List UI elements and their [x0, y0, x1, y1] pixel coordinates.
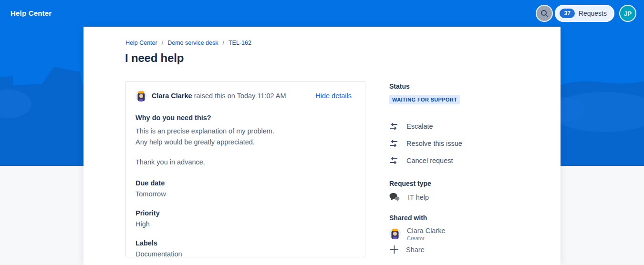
speech-bubbles-icon	[389, 193, 400, 202]
share-button[interactable]: Share	[389, 245, 547, 255]
reporter-line: Clara Clarke raised this on Today 11:02 …	[152, 92, 286, 100]
field-label-labels: Labels	[135, 239, 352, 247]
field-value-labels: Documentation	[135, 250, 352, 258]
reporter-name: Clara Clarke	[152, 92, 192, 100]
hide-details-link[interactable]: Hide details	[315, 92, 352, 100]
request-card-header: Clara Clarke raised this on Today 11:02 …	[135, 90, 352, 102]
escalate-action[interactable]: Escalate	[389, 118, 547, 135]
field-label-priority: Priority	[135, 209, 352, 217]
shared-person-avatar	[389, 228, 401, 239]
transition-arrows-icon	[389, 140, 398, 147]
share-label: Share	[406, 246, 425, 254]
description-line: Any help would be greatly appreciated.	[135, 137, 352, 148]
cancel-request-action[interactable]: Cancel request	[389, 152, 547, 169]
escalate-label: Escalate	[406, 122, 433, 130]
top-bar: Help Center 37 Requests JP	[0, 0, 644, 27]
requests-label: Requests	[579, 10, 607, 17]
user-avatar-initials: JP	[624, 10, 632, 17]
question-label: Why do you need this?	[135, 114, 352, 122]
breadcrumb-separator: /	[222, 40, 224, 46]
app-title: Help Center	[10, 9, 52, 17]
request-type-value: IT help	[408, 194, 429, 201]
plus-icon	[389, 245, 399, 255]
breadcrumb: Help Center / Demo service desk / TEL-16…	[125, 40, 251, 46]
transition-arrows-icon	[389, 122, 398, 130]
shared-with-label: Shared with	[389, 214, 547, 222]
request-type-row: IT help	[389, 193, 547, 202]
reporter-avatar	[135, 90, 147, 102]
transition-arrows-icon	[389, 157, 398, 164]
details-sidebar: Status WAITING FOR SUPPORT Escalate	[389, 82, 547, 255]
status-label: Status	[389, 82, 547, 90]
field-value-due-date: Tomorrow	[135, 190, 352, 198]
shared-person-name: Clara Clarke	[407, 227, 446, 234]
raised-text: raised this on Today 11:02 AM	[192, 92, 286, 100]
cancel-request-label: Cancel request	[406, 157, 453, 164]
field-label-due-date: Due date	[135, 179, 352, 187]
resolve-label: Resolve this issue	[406, 140, 462, 147]
request-type-label: Request type	[389, 180, 547, 187]
breadcrumb-help-center[interactable]: Help Center	[125, 40, 157, 46]
shared-person-info: Clara Clarke Creator	[407, 227, 446, 241]
workflow-actions: Escalate Resolve this issue	[389, 118, 547, 169]
breadcrumb-service-desk[interactable]: Demo service desk	[167, 40, 218, 46]
search-icon	[540, 9, 549, 18]
requests-count-badge: 37	[560, 9, 574, 18]
main-panel: Help Center / Demo service desk / TEL-16…	[83, 27, 561, 265]
description-line: This is an precise explanation of my pro…	[135, 126, 352, 137]
description-line: Thank you in advance.	[135, 157, 352, 168]
description-text: This is an precise explanation of my pro…	[135, 126, 352, 148]
user-avatar[interactable]: JP	[619, 5, 636, 22]
search-button[interactable]	[536, 5, 553, 22]
status-badge: WAITING FOR SUPPORT	[389, 95, 460, 104]
breadcrumb-issue-key[interactable]: TEL-162	[229, 40, 251, 46]
field-value-priority: High	[135, 220, 352, 228]
request-card: Clara Clarke raised this on Today 11:02 …	[125, 81, 365, 257]
resolve-action[interactable]: Resolve this issue	[389, 135, 547, 152]
shared-person-row: Clara Clarke Creator	[389, 227, 547, 241]
breadcrumb-separator: /	[162, 40, 163, 46]
page-title: I need help	[125, 51, 184, 65]
shared-person-role: Creator	[407, 235, 446, 241]
requests-button[interactable]: 37 Requests	[555, 5, 614, 22]
